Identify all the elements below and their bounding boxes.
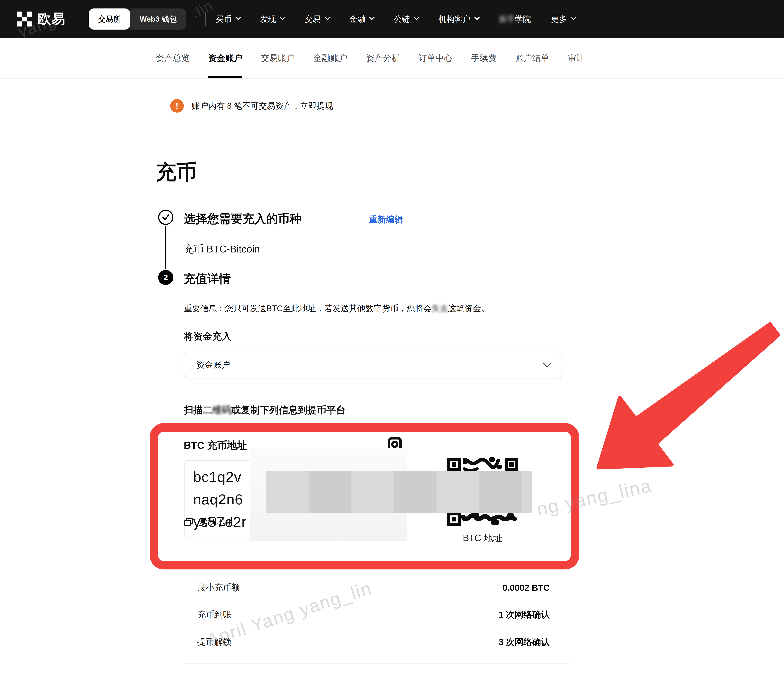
nav-item-trade[interactable]: 交易 bbox=[305, 14, 329, 25]
nav-item-buy-crypto[interactable]: 买币 bbox=[216, 14, 240, 25]
tab-assets-overview[interactable]: 资产总览 bbox=[156, 38, 190, 78]
tab-asset-analysis[interactable]: 资产分析 bbox=[366, 38, 400, 78]
navbar-menu: 买币 发现 交易 金融 公链 机构客户 bbox=[216, 14, 576, 25]
tab-fees[interactable]: 手续费 bbox=[471, 38, 497, 78]
chevron-down-icon bbox=[369, 15, 374, 20]
selected-coin-text: 充币 BTC-Bitcoin bbox=[184, 242, 260, 256]
nav-item-chain[interactable]: 公链 bbox=[394, 14, 418, 25]
scan-hint: 扫描二维码或复制下列信息到提币平台 bbox=[184, 404, 346, 417]
nav-item-academy[interactable]: 新手 学院 bbox=[499, 14, 531, 25]
important-notice: 重要信息：您只可发送BTC至此地址，若发送其他数字货币，您将会失去这笔资金。 bbox=[184, 303, 489, 314]
chevron-down-icon bbox=[324, 15, 330, 20]
red-arrow-annotation bbox=[593, 321, 784, 472]
withdraw-now-link[interactable]: 立即提现 bbox=[300, 101, 333, 110]
deposit-to-label: 将资金充入 bbox=[184, 330, 231, 343]
tab-audit[interactable]: 审计 bbox=[568, 38, 585, 78]
watermark: ng yang_lina bbox=[535, 475, 654, 520]
tab-finance-account[interactable]: 金融账户 bbox=[313, 38, 348, 78]
detail-row-min-deposit: 最小充币额 0.0002 BTC bbox=[197, 582, 550, 593]
nav-item-more[interactable]: 更多 bbox=[551, 14, 576, 25]
alert-text: 账户内有 8 笔不可交易资产， bbox=[192, 101, 300, 110]
exchange-wallet-toggle: 交易所 Web3 钱包 bbox=[89, 8, 186, 30]
step1-check-circle bbox=[158, 210, 173, 225]
chevron-down-icon bbox=[280, 15, 285, 20]
copy-address-button[interactable]: 复制地址 bbox=[184, 516, 234, 528]
nav-item-discover[interactable]: 发现 bbox=[260, 14, 285, 25]
chevron-down-icon bbox=[543, 360, 551, 367]
okx-deposit-page: 欧易 交易所 Web3 钱包 买币 发现 交易 金融 bbox=[0, 0, 784, 692]
chevron-down-icon bbox=[413, 15, 419, 20]
tab-funding-account[interactable]: 资金账户 bbox=[208, 38, 242, 78]
censor-block-pixelated bbox=[266, 471, 532, 513]
chevron-down-icon bbox=[236, 15, 241, 20]
tab-order-center[interactable]: 订单中心 bbox=[418, 38, 453, 78]
navbar-divider bbox=[205, 12, 206, 26]
okx-logo-icon bbox=[17, 12, 32, 26]
nav-item-institutional[interactable]: 机构客户 bbox=[438, 14, 479, 25]
tab-trading-account[interactable]: 交易账户 bbox=[261, 38, 295, 78]
step-connector-line bbox=[165, 226, 166, 269]
account-select-value: 资金账户 bbox=[196, 359, 544, 371]
re-edit-link[interactable]: 重新编辑 bbox=[369, 214, 403, 225]
okx-logo[interactable]: 欧易 bbox=[17, 10, 66, 28]
exchange-tab[interactable]: 交易所 bbox=[89, 8, 130, 30]
untradable-assets-alert: ! 账户内有 8 笔不可交易资产，立即提现 bbox=[170, 99, 333, 113]
tab-account-statement[interactable]: 账户结单 bbox=[515, 38, 549, 78]
assets-subnav: 资产总览 资金账户 交易账户 金融账户 资产分析 订单中心 手续费 账户结单 审… bbox=[0, 38, 784, 79]
step2-number-circle: 2 bbox=[158, 270, 173, 285]
page-title: 充币 bbox=[156, 158, 197, 186]
account-select-dropdown[interactable]: 资金账户 bbox=[184, 352, 562, 378]
copy-icon bbox=[184, 517, 193, 527]
check-icon bbox=[161, 213, 170, 222]
web3-wallet-tab[interactable]: Web3 钱包 bbox=[130, 8, 186, 30]
okx-logo-text: 欧易 bbox=[38, 10, 66, 28]
chevron-down-icon bbox=[474, 15, 480, 20]
top-navbar: 欧易 交易所 Web3 钱包 买币 发现 交易 金融 bbox=[0, 0, 784, 38]
warning-icon: ! bbox=[170, 99, 184, 113]
detail-row-withdraw-unlock: 提币解锁 3 次网络确认 bbox=[197, 636, 550, 648]
qr-caption: BTC 地址 bbox=[435, 532, 531, 544]
nav-item-finance[interactable]: 金融 bbox=[349, 14, 374, 25]
deposit-details: 最小充币额 0.0002 BTC 充币到账 1 次网络确认 提币解锁 3 次网络… bbox=[197, 582, 550, 663]
step1-title: 选择您需要充入的币种 bbox=[184, 211, 301, 227]
chevron-down-icon bbox=[571, 15, 576, 20]
detail-row-deposit-arrival: 充币到账 1 次网络确认 bbox=[197, 609, 550, 620]
watermark: .lin bbox=[189, 0, 216, 21]
btc-address-label: BTC 充币地址 bbox=[184, 438, 247, 452]
step2-title: 充值详情 bbox=[184, 271, 231, 287]
